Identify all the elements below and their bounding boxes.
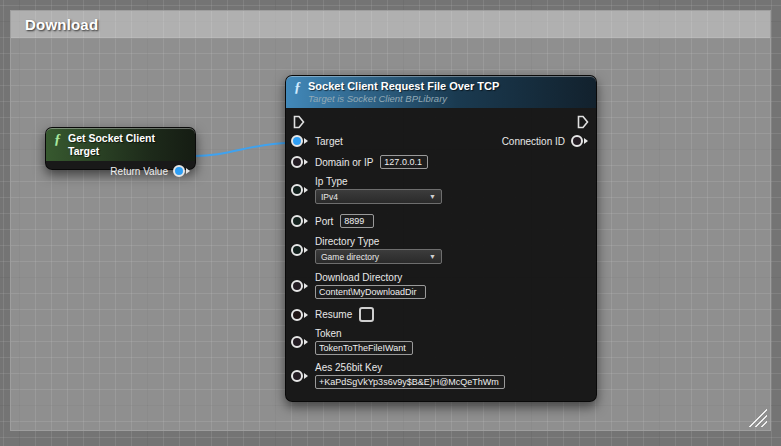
- directory-type-pin[interactable]: [291, 244, 308, 256]
- exec-out-pin[interactable]: [577, 115, 589, 129]
- connection-id-pin[interactable]: [571, 135, 588, 147]
- function-icon: ƒ: [54, 133, 61, 147]
- resume-pin[interactable]: [291, 309, 308, 321]
- chevron-down-icon: ▼: [429, 253, 436, 260]
- port-pin[interactable]: [291, 215, 308, 227]
- chevron-down-icon: ▼: [429, 193, 436, 200]
- comment-title: Download: [25, 16, 98, 33]
- target-pin[interactable]: [291, 135, 308, 147]
- port-label: Port: [315, 216, 333, 227]
- domain-or-ip-input[interactable]: [380, 155, 428, 169]
- aes-key-input[interactable]: [315, 375, 505, 389]
- ip-type-label: Ip Type: [315, 176, 442, 187]
- domain-or-ip-label: Domain or IP: [315, 157, 373, 168]
- comment-header[interactable]: Download: [11, 11, 770, 39]
- node-get-socket-client-target[interactable]: ƒ Get Socket Client Target Return Value: [45, 127, 196, 170]
- resume-checkbox[interactable]: [359, 307, 374, 322]
- download-directory-input[interactable]: [315, 285, 426, 299]
- ip-type-value: IPv4: [321, 192, 338, 202]
- directory-type-value: Game directory: [321, 252, 379, 262]
- domain-or-ip-pin[interactable]: [291, 156, 308, 168]
- blueprint-graph[interactable]: Download ƒ Get Socket Client Target Retu…: [0, 0, 781, 446]
- download-directory-label: Download Directory: [315, 272, 426, 283]
- aes-key-pin[interactable]: [291, 370, 308, 382]
- token-input[interactable]: [315, 341, 413, 355]
- request-node-header[interactable]: ƒ Socket Client Request File Over TCP Ta…: [286, 76, 596, 108]
- request-node-title: Socket Client Request File Over TCP: [308, 80, 499, 93]
- target-label: Target: [315, 136, 343, 147]
- download-directory-pin[interactable]: [291, 280, 308, 292]
- comment-resize-handle[interactable]: [748, 408, 767, 427]
- getter-node-title: Get Socket Client Target: [68, 132, 187, 158]
- resume-label: Resume: [315, 309, 352, 320]
- ip-type-pin[interactable]: [291, 184, 308, 196]
- node-socket-client-request-file-over-tcp[interactable]: ƒ Socket Client Request File Over TCP Ta…: [285, 75, 597, 402]
- exec-in-pin[interactable]: [293, 115, 305, 129]
- aes-key-label: Aes 256bit Key: [315, 362, 505, 373]
- directory-type-label: Directory Type: [315, 236, 442, 247]
- return-value-pin[interactable]: [173, 165, 190, 177]
- port-input[interactable]: [340, 214, 374, 228]
- connection-id-label: Connection ID: [502, 136, 565, 147]
- getter-node-header[interactable]: ƒ Get Socket Client Target: [46, 128, 195, 161]
- request-node-subtitle: Target is Socket Client BPLibrary: [308, 93, 499, 104]
- directory-type-dropdown[interactable]: Game directory ▼: [315, 249, 442, 264]
- return-value-label: Return Value: [110, 166, 168, 177]
- token-pin[interactable]: [291, 336, 308, 348]
- function-icon: ƒ: [294, 81, 301, 95]
- token-label: Token: [315, 328, 413, 339]
- ip-type-dropdown[interactable]: IPv4 ▼: [315, 189, 442, 204]
